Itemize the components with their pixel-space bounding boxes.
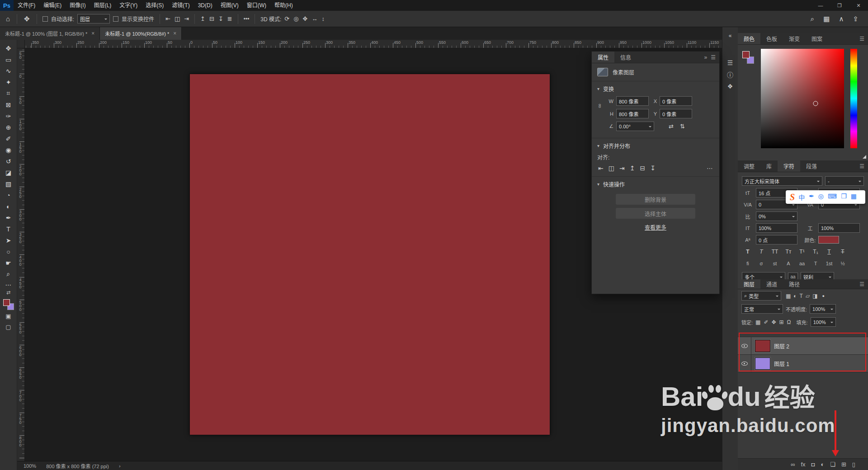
small-caps-icon[interactable]: Tᴛ <box>783 247 794 256</box>
layer-visibility-icon[interactable] <box>738 355 751 372</box>
filter-type-layers-icon[interactable]: T <box>800 293 803 299</box>
frame-tool[interactable]: ⊠ <box>2 99 15 110</box>
fill-dropdown[interactable]: 100% <box>811 317 836 327</box>
hue-slider[interactable] <box>850 49 857 148</box>
menu-item[interactable]: 窗口(W) <box>243 0 270 11</box>
panel-tab[interactable]: 调整 <box>738 160 760 172</box>
panel-tab[interactable]: 图案 <box>806 33 828 44</box>
eyedropper-tool[interactable]: ✑ <box>2 110 15 122</box>
y-field[interactable]: 0 像素 <box>660 109 692 118</box>
eraser-tool[interactable]: ◪ <box>2 167 15 178</box>
add-layer-mask-icon[interactable]: ◘ <box>811 461 815 468</box>
dodge-tool[interactable]: ◐ <box>2 201 15 212</box>
brush-tool[interactable]: ✐ <box>2 133 15 144</box>
ligatures-icon[interactable]: fi <box>742 259 754 268</box>
align-center-horizontal-icon[interactable]: ◫ <box>609 164 614 172</box>
baseline-shift-field[interactable]: 0 点 <box>756 235 797 244</box>
edit-toolbar-icon[interactable]: ⋯ <box>2 280 15 290</box>
new-layer-icon[interactable]: ⊞ <box>841 461 846 468</box>
3d-pan-icon[interactable]: ✥ <box>303 15 308 22</box>
type-tool[interactable]: T <box>2 223 15 235</box>
filter-adjustment-layers-icon[interactable]: ◐ <box>793 293 797 299</box>
search-icon[interactable]: ⌕ <box>809 15 816 23</box>
foreground-color-swatch[interactable] <box>3 299 10 306</box>
foreground-color-swatch[interactable] <box>742 51 750 58</box>
panel-tab[interactable]: 渐变 <box>783 33 806 44</box>
history-brush-tool[interactable]: ↺ <box>2 155 15 167</box>
layer-visibility-icon[interactable] <box>738 337 751 354</box>
align-right-icon[interactable]: ⇥ <box>184 15 189 22</box>
tab-close-icon[interactable]: × <box>173 30 176 37</box>
ordinals-icon[interactable]: T <box>810 259 821 268</box>
document-tab[interactable]: 未标题-1 @ 100%(RGB/8#) * × <box>100 27 182 40</box>
voice-input-icon[interactable]: ◎ <box>818 193 824 202</box>
zoom-tool[interactable]: ⌕ <box>2 268 15 280</box>
layer-thumbnail[interactable] <box>755 357 770 370</box>
ellipse-tool[interactable]: ○ <box>2 246 15 257</box>
link-dimensions-icon[interactable]: ∞ <box>597 104 604 108</box>
align-bottom-icon[interactable]: ↧ <box>650 164 656 172</box>
new-adjustment-layer-icon[interactable]: ◐ <box>821 461 824 468</box>
blur-tool[interactable]: ◔ <box>2 189 15 201</box>
layer-row[interactable]: 图层 2 <box>738 337 868 355</box>
align-left-icon[interactable]: ⇤ <box>598 164 604 172</box>
opacity-dropdown[interactable]: 100% <box>810 304 836 314</box>
layer-filter-dropdown[interactable]: ⌕ 类型 <box>741 291 781 301</box>
color-picker-cursor[interactable] <box>813 101 818 106</box>
zoom-level[interactable]: 100% <box>24 463 36 469</box>
3d-roll-icon[interactable]: ◎ <box>293 15 298 22</box>
menu-item[interactable]: 3D(D) <box>194 0 217 11</box>
adjustments-panel-icon[interactable]: ☰ <box>724 57 736 69</box>
collapse-panel-icon[interactable]: » <box>704 54 708 61</box>
crop-tool[interactable]: ⌗ <box>2 88 15 99</box>
horizontal-scale-field[interactable]: 100% <box>818 223 860 233</box>
font-style-dropdown[interactable]: - <box>825 176 864 186</box>
move-tool-preset-icon[interactable]: ✥ <box>23 15 31 23</box>
panel-tab[interactable]: 属性 <box>592 52 614 63</box>
menu-item[interactable]: 滤镜(T) <box>168 0 193 11</box>
blend-mode-dropdown[interactable]: 正常 <box>741 304 783 314</box>
menu-item[interactable]: 选择(S) <box>142 0 168 11</box>
text-color-swatch[interactable] <box>818 236 839 244</box>
panel-menu-icon[interactable]: ☰ <box>859 163 864 169</box>
swap-colors-icon[interactable]: ⇄ <box>6 290 10 297</box>
share-icon[interactable]: ⇪ <box>851 15 860 23</box>
panel-tab[interactable]: 段落 <box>800 160 823 172</box>
soft-keyboard-icon[interactable]: ⌨ <box>828 193 837 202</box>
distribute-icon[interactable]: ≣ <box>227 15 232 22</box>
strikethrough-icon[interactable]: T <box>837 247 849 256</box>
superscript-icon[interactable]: T¹ <box>796 247 808 256</box>
panel-tab[interactable]: 颜色 <box>738 33 760 44</box>
3d-scale-icon[interactable]: ↕ <box>322 15 325 22</box>
restore-button[interactable]: ❐ <box>830 0 849 11</box>
section-collapse-icon[interactable]: ▾ <box>597 86 599 91</box>
panel-tab[interactable]: 字符 <box>778 160 800 172</box>
new-group-icon[interactable]: ❏ <box>830 461 835 468</box>
underline-icon[interactable]: T <box>823 247 835 256</box>
lock-all-icon[interactable]: Ω <box>787 319 791 325</box>
panel-tab[interactable]: 通道 <box>760 279 783 289</box>
document-tab[interactable]: 未标题-1 @ 100% (图层 1, RGB/8#) * × <box>0 27 100 40</box>
home-icon[interactable]: ⌂ <box>5 15 11 23</box>
move-tool[interactable]: ✥ <box>2 42 15 54</box>
align-left-icon[interactable]: ⇤ <box>165 15 170 22</box>
align-right-icon[interactable]: ⇥ <box>619 164 625 172</box>
layer-name[interactable]: 图层 2 <box>774 342 789 350</box>
hand-tool[interactable]: ☛ <box>2 257 15 268</box>
skin-icon[interactable]: ▦ <box>851 193 857 202</box>
screen-mode-icon[interactable]: ▢ <box>2 321 15 332</box>
close-button[interactable]: ✕ <box>849 0 868 11</box>
more-align-options-icon[interactable]: ⋯ <box>707 164 713 172</box>
section-collapse-icon[interactable]: ▾ <box>597 182 599 187</box>
menu-item[interactable]: 文件(F) <box>14 0 39 11</box>
section-collapse-icon[interactable]: ▾ <box>597 143 599 148</box>
link-layers-icon[interactable]: ∞ <box>791 461 795 468</box>
see-more-link[interactable]: 查看更多 <box>592 223 719 231</box>
filter-smart-objects-icon[interactable]: ◨ <box>812 293 817 299</box>
rotation-dropdown[interactable]: 0.00° <box>616 122 654 131</box>
pen-tool[interactable]: ✒ <box>2 212 15 223</box>
flip-horizontal-icon[interactable]: ⇄ <box>669 123 674 130</box>
menu-item[interactable]: 编辑(E) <box>39 0 66 11</box>
gradient-tool[interactable]: ▧ <box>2 178 15 189</box>
clone-stamp-tool[interactable]: ◉ <box>2 144 15 155</box>
